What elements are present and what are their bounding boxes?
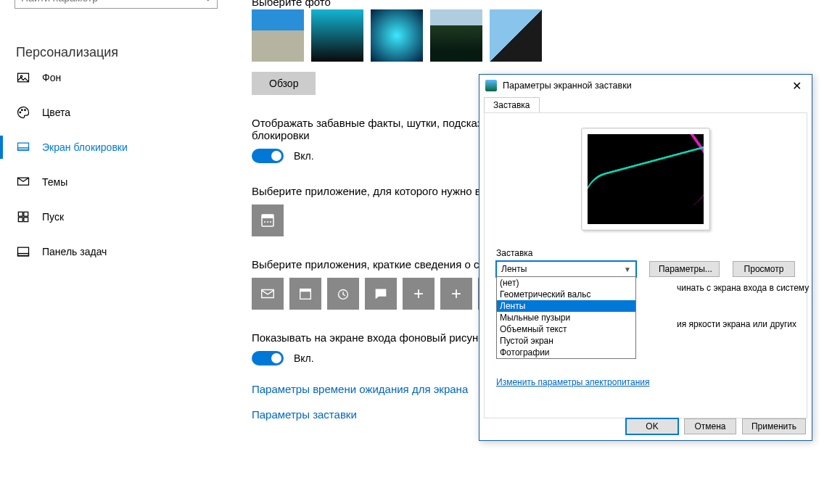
start-icon bbox=[16, 210, 30, 224]
power-note-text-fragment: ия яркости экрана или других bbox=[677, 319, 796, 331]
bg-thumbnail[interactable] bbox=[490, 9, 542, 62]
svg-point-4 bbox=[25, 110, 26, 111]
svg-rect-13 bbox=[18, 254, 29, 256]
sidebar-item-label: Панель задач bbox=[42, 246, 107, 257]
taskbar-icon bbox=[16, 244, 30, 259]
search-placeholder: Найти параметр bbox=[21, 0, 98, 4]
screensaver-dialog: Параметры экранной заставки ✕ Заставка З… bbox=[479, 74, 812, 441]
quick-app-add[interactable]: + bbox=[440, 278, 472, 310]
quick-app-add[interactable]: + bbox=[403, 278, 435, 310]
svg-rect-15 bbox=[262, 215, 273, 218]
quick-app-calendar[interactable] bbox=[289, 278, 321, 310]
lockscreen-icon bbox=[16, 140, 30, 154]
sidebar-item-label: Темы bbox=[42, 176, 67, 188]
quick-app-mail[interactable] bbox=[252, 278, 284, 310]
svg-rect-10 bbox=[18, 218, 22, 222]
sidebar-item-taskbar[interactable]: Панель задач bbox=[15, 234, 218, 269]
sidebar-item-label: Пуск bbox=[42, 211, 64, 223]
browse-button[interactable]: Обзор bbox=[252, 72, 316, 95]
screensaver-preview-monitor bbox=[581, 128, 710, 231]
svg-point-18 bbox=[270, 221, 271, 223]
picture-icon bbox=[16, 70, 30, 85]
toggle-on-label: Вкл. bbox=[294, 352, 314, 364]
choose-photo-label: Выберите фото bbox=[252, 0, 723, 8]
svg-rect-20 bbox=[300, 289, 311, 292]
svg-point-16 bbox=[264, 221, 265, 223]
sidebar-item-label: Цвета bbox=[42, 107, 70, 118]
quick-app-alarm[interactable] bbox=[327, 278, 359, 310]
sidebar-item-lockscreen[interactable]: Экран блокировки bbox=[15, 130, 218, 165]
screensaver-option[interactable]: Пустой экран bbox=[497, 335, 635, 347]
toggle-on-label: Вкл. bbox=[294, 150, 314, 162]
cancel-button[interactable]: Отмена bbox=[684, 418, 736, 434]
screensaver-option[interactable]: Фотографии bbox=[497, 347, 635, 358]
bg-thumbnail[interactable] bbox=[311, 9, 363, 62]
ok-button[interactable]: OK bbox=[626, 418, 678, 434]
screensaver-option-selected[interactable]: Ленты bbox=[497, 300, 635, 312]
svg-rect-6 bbox=[18, 148, 29, 150]
dialog-titlebar: Параметры экранной заставки ✕ bbox=[479, 75, 812, 96]
settings-sidebar: Найти параметр ➜ Персонализация Фон Цвет… bbox=[0, 0, 232, 269]
screensaver-group-label: Заставка bbox=[496, 248, 795, 258]
chevron-down-icon: ▼ bbox=[624, 265, 631, 273]
tab-screensaver[interactable]: Заставка bbox=[484, 97, 540, 113]
screensaver-dialog-icon bbox=[485, 80, 497, 91]
screensaver-combobox[interactable]: Ленты ▼ (нет) Геометрический вальс Ленты… bbox=[496, 261, 636, 277]
search-arrow-icon: ➜ bbox=[203, 0, 211, 4]
fun-facts-toggle[interactable] bbox=[252, 149, 284, 163]
svg-rect-9 bbox=[24, 212, 28, 216]
bg-thumbnail[interactable] bbox=[430, 9, 482, 62]
svg-rect-8 bbox=[18, 212, 22, 216]
sidebar-item-themes[interactable]: Темы bbox=[15, 165, 218, 199]
apply-button[interactable]: Применить bbox=[742, 418, 806, 434]
svg-point-3 bbox=[22, 110, 23, 111]
bg-thumbnail[interactable] bbox=[371, 9, 423, 62]
sidebar-category-title: Персонализация bbox=[15, 45, 218, 60]
sidebar-item-background[interactable]: Фон bbox=[15, 60, 218, 95]
svg-point-17 bbox=[267, 221, 268, 223]
dialog-action-buttons: OK Отмена Применить bbox=[626, 418, 806, 434]
sidebar-item-start[interactable]: Пуск bbox=[15, 199, 218, 234]
themes-icon bbox=[16, 175, 30, 189]
combobox-selected: Ленты bbox=[501, 264, 527, 274]
screensaver-option[interactable]: Геометрический вальс bbox=[497, 289, 635, 300]
sidebar-item-colors[interactable]: Цвета bbox=[15, 95, 218, 130]
dialog-title-text: Параметры экранной заставки bbox=[503, 80, 632, 91]
svg-rect-11 bbox=[24, 218, 28, 222]
screensaver-settings-button[interactable]: Параметры... bbox=[649, 261, 720, 277]
screensaver-option[interactable]: Мыльные пузыри bbox=[497, 312, 635, 323]
dialog-body: Заставка Ленты ▼ (нет) Геометрический ва… bbox=[484, 112, 807, 418]
close-icon[interactable]: ✕ bbox=[788, 79, 806, 93]
detailed-status-app-tile[interactable] bbox=[252, 205, 284, 236]
sidebar-item-label: Фон bbox=[42, 72, 61, 83]
palette-icon bbox=[16, 105, 30, 120]
background-thumbnails bbox=[252, 9, 723, 62]
screensaver-dropdown: (нет) Геометрический вальс Ленты Мыльные… bbox=[496, 276, 636, 359]
screensaver-preview-button[interactable]: Просмотр bbox=[733, 261, 795, 277]
search-input[interactable]: Найти параметр ➜ bbox=[15, 0, 218, 9]
bg-thumbnail[interactable] bbox=[252, 9, 304, 62]
resume-login-text-fragment: чинать с экрана входа в систему bbox=[677, 283, 809, 293]
show-bg-toggle[interactable] bbox=[252, 351, 284, 365]
change-power-settings-link[interactable]: Изменить параметры электропитания bbox=[496, 377, 649, 387]
svg-point-2 bbox=[20, 112, 21, 113]
sidebar-item-label: Экран блокировки bbox=[42, 141, 128, 153]
screensaver-option[interactable]: (нет) bbox=[497, 277, 635, 289]
quick-app-messaging[interactable] bbox=[365, 278, 397, 310]
dialog-tabs: Заставка bbox=[479, 96, 812, 112]
screensaver-option[interactable]: Объемный текст bbox=[497, 323, 635, 335]
